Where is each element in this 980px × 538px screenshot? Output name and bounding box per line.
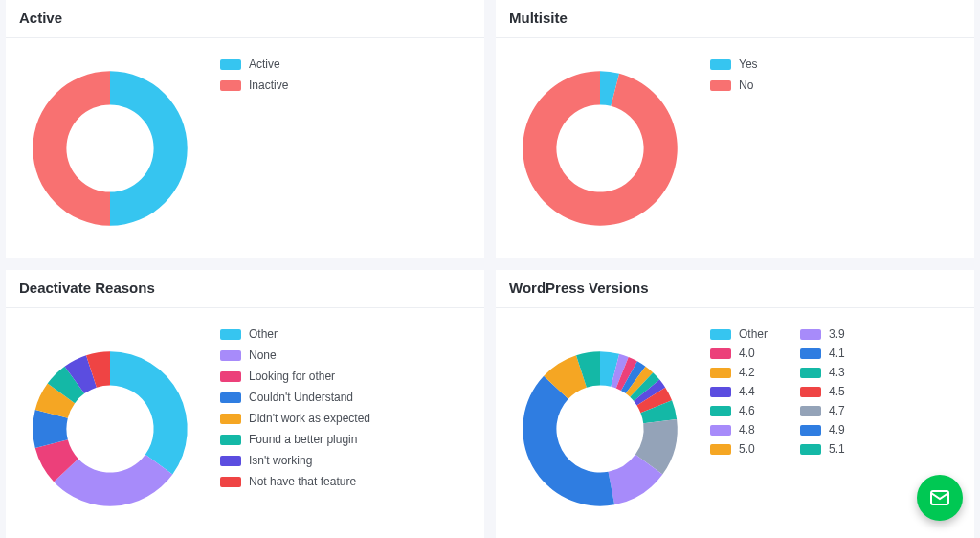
legend-active: ActiveInactive (220, 56, 288, 94)
legend-swatch (710, 406, 731, 416)
legend-swatch (220, 392, 241, 403)
legend-item[interactable]: 4.4 (710, 383, 787, 400)
legend-label: 5.0 (739, 440, 755, 458)
legend-item[interactable]: 4.3 (800, 364, 877, 381)
legend-item[interactable]: No (710, 77, 758, 94)
card-title: Deactivate Reasons (6, 270, 484, 308)
legend-item[interactable]: Isn't working (220, 452, 370, 469)
legend-item[interactable]: Found a better plugin (220, 431, 370, 448)
legend-item[interactable]: 4.7 (800, 402, 877, 419)
legend-item[interactable]: 4.6 (710, 402, 787, 419)
legend-label: Other (739, 325, 768, 343)
legend-versions: Other3.94.04.14.24.34.44.54.64.74.84.95.… (710, 325, 882, 458)
legend-label: Didn't work as expected (249, 410, 370, 427)
legend-swatch (800, 329, 821, 340)
donut-active (19, 57, 201, 239)
legend-swatch (800, 444, 821, 455)
legend-label: Active (249, 56, 280, 73)
legend-label: None (249, 347, 277, 364)
legend-deactivate: OtherNoneLooking for otherCouldn't Under… (220, 325, 370, 490)
dashboard-grid: Active ActiveInactive Multisite YesNo De… (0, 0, 980, 538)
legend-label: 4.2 (739, 364, 755, 381)
donut-slice[interactable] (523, 71, 678, 225)
legend-item[interactable]: 5.1 (800, 440, 877, 458)
card-active: Active ActiveInactive (6, 0, 484, 258)
legend-label: 4.5 (829, 383, 845, 400)
card-body: Other3.94.04.14.24.34.44.54.64.74.84.95.… (496, 308, 974, 538)
legend-label: 5.1 (829, 440, 845, 458)
legend-swatch (220, 477, 241, 487)
card-body: OtherNoneLooking for otherCouldn't Under… (6, 308, 484, 538)
mail-icon (928, 486, 951, 509)
legend-label: 4.8 (739, 421, 755, 438)
legend-swatch (710, 348, 731, 359)
card-title: WordPress Versions (496, 270, 974, 308)
donut-multisite (509, 57, 691, 239)
card-multisite: Multisite YesNo (496, 0, 974, 258)
legend-item[interactable]: 4.9 (800, 421, 877, 438)
legend-swatch (800, 425, 821, 436)
legend-label: 4.0 (739, 345, 755, 362)
legend-item[interactable]: Yes (710, 56, 758, 73)
legend-swatch (710, 387, 731, 397)
legend-swatch (710, 444, 731, 455)
legend-swatch (710, 80, 731, 91)
legend-label: Inactive (249, 77, 288, 94)
legend-item[interactable]: 5.0 (710, 440, 787, 458)
legend-item[interactable]: 4.1 (800, 345, 877, 362)
legend-label: No (739, 77, 753, 94)
legend-label: 4.7 (829, 402, 845, 419)
legend-multisite: YesNo (710, 56, 758, 94)
legend-label: 4.6 (739, 402, 755, 419)
legend-item[interactable]: 4.2 (710, 364, 787, 381)
legend-swatch (710, 425, 731, 436)
legend-label: Not have that feature (249, 473, 356, 490)
donut-deactivate (19, 338, 201, 520)
card-title: Active (6, 0, 484, 38)
legend-label: Yes (739, 56, 758, 73)
legend-item[interactable]: Not have that feature (220, 473, 370, 490)
legend-swatch (220, 435, 241, 445)
legend-label: Couldn't Understand (249, 389, 353, 406)
chat-button[interactable] (917, 475, 963, 521)
legend-swatch (220, 350, 241, 361)
legend-swatch (220, 371, 241, 382)
legend-item[interactable]: Active (220, 56, 288, 73)
legend-item[interactable]: Didn't work as expected (220, 410, 370, 427)
legend-swatch (220, 414, 241, 424)
legend-label: Isn't working (249, 452, 312, 469)
legend-label: 3.9 (829, 325, 845, 343)
card-versions: WordPress Versions Other3.94.04.14.24.34… (496, 270, 974, 538)
legend-swatch (800, 348, 821, 359)
legend-label: 4.1 (829, 345, 845, 362)
legend-item[interactable]: Other (710, 325, 787, 343)
legend-label: Looking for other (249, 368, 335, 385)
donut-slice[interactable] (110, 351, 188, 474)
legend-swatch (220, 59, 241, 70)
legend-item[interactable]: Looking for other (220, 368, 370, 385)
legend-swatch (710, 368, 731, 378)
legend-swatch (220, 329, 241, 340)
legend-swatch (710, 59, 731, 70)
legend-label: 4.9 (829, 421, 845, 438)
legend-item[interactable]: None (220, 347, 370, 364)
legend-item[interactable]: 4.5 (800, 383, 877, 400)
card-deactivate: Deactivate Reasons OtherNoneLooking for … (6, 270, 484, 538)
donut-slice[interactable] (110, 71, 188, 226)
legend-swatch (710, 329, 731, 340)
donut-slice[interactable] (33, 71, 110, 226)
legend-label: 4.4 (739, 383, 755, 400)
legend-item[interactable]: 4.0 (710, 345, 787, 362)
legend-swatch (800, 387, 821, 397)
card-body: ActiveInactive (6, 38, 484, 258)
legend-item[interactable]: Inactive (220, 77, 288, 94)
legend-item[interactable]: 4.8 (710, 421, 787, 438)
legend-swatch (220, 80, 241, 91)
legend-item[interactable]: Other (220, 325, 370, 343)
legend-item[interactable]: Couldn't Understand (220, 389, 370, 406)
legend-swatch (800, 406, 821, 416)
card-body: YesNo (496, 38, 974, 258)
legend-label: Found a better plugin (249, 431, 357, 448)
donut-versions (509, 338, 691, 520)
legend-item[interactable]: 3.9 (800, 325, 877, 343)
